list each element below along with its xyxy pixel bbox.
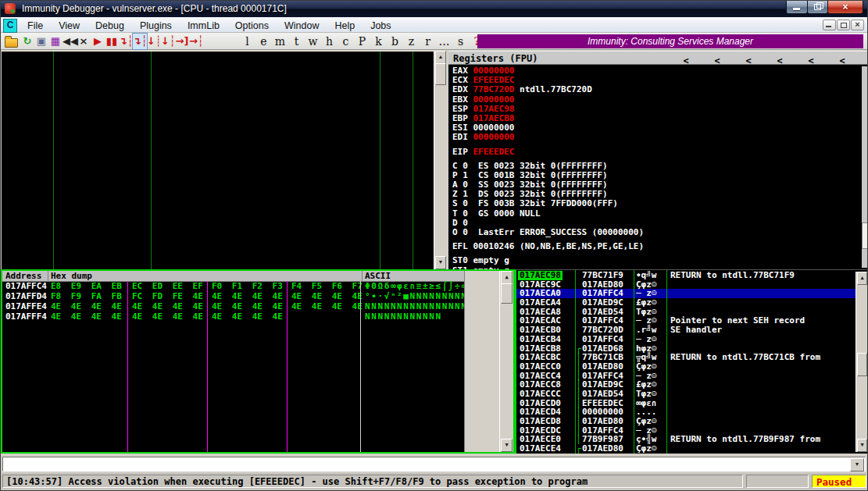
stack-scrollbar[interactable]: ▲ ▼ [855,272,868,452]
stack-row[interactable]: 017AECC8│017AED9C£φz☺ [516,380,855,390]
chevron-down-icon[interactable]: ▼ [850,458,864,471]
toolbar-letter-c[interactable]: c [338,34,354,49]
pause-icon[interactable]: ▮▮ [105,34,119,49]
stack-row[interactable]: 017AECB077BC720D.r╝wSE handler [516,326,855,335]
scroll-down-icon[interactable]: ▼ [501,439,513,452]
stack-row[interactable]: 017AECC0│017AED80Çφz☺ [516,362,855,372]
restore-button[interactable] [807,1,828,14]
menu-item-immlib[interactable]: ImmLib [180,18,227,34]
run-icon[interactable]: ▶ [91,34,105,49]
toolbar-letter-w[interactable]: w [305,34,321,49]
step-over-icon[interactable]: ↴┆ [133,34,147,49]
register-row[interactable]: EIP EFEEEDEC [452,148,859,157]
trace-over-icon[interactable]: ↓┆ [161,34,175,49]
toolbar-letter-h[interactable]: h [321,34,338,49]
registers-chevron-2[interactable]: < [733,55,764,66]
register-row[interactable]: EFL 00010246 (NO,NB,E,BE,NS,PE,GE,LE) [452,242,859,251]
toolbar-letter-t[interactable]: t [288,34,305,49]
stack-rows[interactable]: 017AEC9877BC71F9∙q╝wRETURN to ntdll.77BC… [516,271,855,454]
registers-chevron-4[interactable]: < [795,55,827,66]
menu-item-file[interactable]: File [20,18,51,34]
toolbar-letter-b[interactable]: b [387,34,403,49]
menu-item-window[interactable]: Window [277,18,327,34]
menu-item-debug[interactable]: Debug [88,18,132,34]
disassembly-scrollbar[interactable]: ▲ ▼ [434,51,447,269]
stack-row[interactable]: 017AECE4┌017AED80Çφz☺ [516,444,855,454]
mdi-minimize-button[interactable] [823,20,836,30]
register-row[interactable]: EDI 00000000 [452,133,859,142]
stack-row[interactable]: 017AEC9C017AED80Çφz☺ [516,280,855,290]
registers-pane[interactable]: Registers (FPU) <<<<<< EAX 00000000ECX E… [448,51,868,269]
close-button[interactable]: × [827,1,863,14]
menu-item-options[interactable]: Options [227,18,277,34]
step-into-icon[interactable]: ↴┆ [119,34,133,49]
registers-chevron-3[interactable]: < [764,55,795,66]
menu-item-view[interactable]: View [51,18,88,34]
stack-row[interactable]: 017AECD8│017AED80Çφz☺ [516,417,855,426]
registers-chevron-0[interactable]: < [670,55,702,66]
mdi-restore-button[interactable] [837,20,850,30]
command-combobox[interactable]: ▼ [2,457,866,471]
execute-till-return-icon[interactable]: →] [175,34,189,49]
restart-icon[interactable]: ↻ [20,34,34,49]
hexdump-row[interactable]: 017AFFD4F8 F9 FA FBFC FD FE 4E4E 4E 4E 4… [2,291,464,301]
toolbar-letter-k[interactable]: k [370,34,387,49]
registers-scrollbar[interactable] [862,66,868,268]
register-row[interactable]: O 0 LastErr ERROR_SUCCESS (00000000) [452,228,859,237]
toolbar-letter-…[interactable]: … [436,34,452,49]
hexdump-pane[interactable]: Address Hex dump ASCII 017AFFC4E8 E9 EA … [1,269,515,454]
toolbar-letter-e[interactable]: e [255,34,272,49]
scroll-up-icon[interactable]: ▲ [435,51,446,64]
hexdump-row[interactable]: 017AFFF44E 4E 4E 4E4E 4E 4E 4E4E 4E 4E 4… [2,311,464,322]
menu-item-jobs[interactable]: Jobs [363,18,398,34]
scroll-down-icon[interactable]: ▼ [435,256,446,269]
hexdump-row[interactable]: 017AFFE44E 4E 4E 4E4E 4E 4E 4E4E 4E 4E 4… [2,301,464,311]
stack-row[interactable]: 017AECC4│017AFFC4─ z☺ [516,372,855,381]
register-row[interactable]: T 0 GS 0000 NULL [452,209,859,219]
stack-row[interactable]: 017AECE0│77B9F987ç∙╣wRETURN to ntdll.77B… [516,435,855,444]
hexdump-scrollbar[interactable]: ▲ ▼ [499,271,513,452]
goto-icon[interactable]: →┆ [189,34,203,49]
registers-chevron-5[interactable]: < [827,55,858,66]
toolbar-letter-m[interactable]: m [272,34,288,49]
close-program-icon[interactable]: × [77,34,91,49]
disassembly-pane[interactable] [2,51,434,269]
toolbar-letter-z[interactable]: z [403,34,420,49]
stack-row[interactable]: 017AECD4│00000000.... [516,407,855,417]
stack-pane[interactable]: 017AEC9877BC71F9∙q╝wRETURN to ntdll.77BC… [515,269,868,454]
toolbar-letter-l[interactable]: l [239,34,255,49]
log-window-icon[interactable]: ▣ [34,34,48,49]
system-menu-icon[interactable]: C [3,19,17,33]
scrollbar-thumb[interactable] [435,63,446,85]
command-input[interactable] [5,458,852,471]
toolbar-letter-s[interactable]: s [452,34,469,49]
hexdump-row[interactable]: 017AFFC4E8 E9 EA EBEC ED EE EFF0 F1 F2 F… [2,281,464,291]
minimize-button[interactable] [786,1,808,14]
scroll-down-icon[interactable]: ▼ [857,439,867,452]
stack-row[interactable]: 017AECA4017AED9C£φz☺ [516,298,855,308]
register-row[interactable]: ST0 empty g [452,256,859,265]
stack-row[interactable]: 017AECBC│77BC71CB╦q╝wRETURN to ntdll.77B… [516,353,855,362]
stack-row[interactable]: 017AECA0017AFFC4─ z☺ [516,289,855,298]
scroll-up-icon[interactable]: ▲ [501,271,513,284]
registers-list[interactable]: EAX 00000000ECX EFEEEDECEDX 77BC720D ntd… [452,66,859,269]
toolbar-letter-r[interactable]: r [420,34,436,49]
open-file-icon[interactable] [5,38,18,48]
trace-into-icon[interactable]: ↓┊ [147,34,161,49]
stack-row[interactable]: 017AECB4017AFFC4─ z☺ [516,335,855,344]
hexdump-rows[interactable]: 017AFFC4E8 E9 EA EBEC ED EE EFF0 F1 F2 F… [2,281,464,452]
menu-item-plugins[interactable]: Plugins [132,18,180,34]
rewind-icon[interactable]: ◀◀ [63,34,77,49]
scroll-up-icon[interactable]: ▲ [857,272,867,285]
toolbar-letter-P[interactable]: P [354,34,370,49]
stack-row[interactable]: 017AECCC│017AED54Tφz☺ [516,390,855,399]
scrollbar-thumb[interactable] [501,283,513,304]
windows-icon[interactable]: ▦ [48,34,63,49]
scrollbar-thumb[interactable] [857,353,867,376]
stack-row[interactable]: 017AEC9877BC71F9∙q╝wRETURN to ntdll.77BC… [516,271,855,280]
stack-row[interactable]: 017AECD0│EFEEEDEC∞φε∩ [516,399,855,408]
mdi-close-button[interactable]: × [851,20,864,30]
scrollbar-thumb[interactable] [862,222,868,249]
registers-chevron-1[interactable]: < [702,55,733,66]
menu-item-help[interactable]: Help [327,18,363,34]
